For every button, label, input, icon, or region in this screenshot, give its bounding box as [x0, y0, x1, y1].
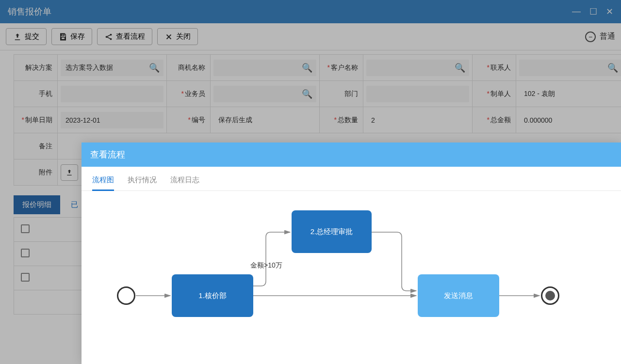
tab-flowchart[interactable]: 流程图 [92, 175, 114, 190]
tab-exec[interactable]: 执行情况 [128, 175, 157, 190]
flow-modal: 查看流程 流程图 执行情况 流程日志 1.核价部 2.总经理审批 发送消息 [82, 142, 621, 364]
tab-log[interactable]: 流程日志 [170, 175, 199, 190]
flow-node-1[interactable]: 1.核价部 [172, 274, 253, 317]
edge-label: 金额>10万 [250, 261, 282, 270]
flow-end-node [541, 286, 559, 305]
modal-title: 查看流程 [82, 142, 621, 167]
flow-canvas: 1.核价部 2.总经理审批 发送消息 金额>10万 [82, 191, 621, 364]
modal-tabs: 流程图 执行情况 流程日志 [82, 167, 621, 191]
flow-node-3[interactable]: 发送消息 [418, 274, 499, 317]
flow-node-2[interactable]: 2.总经理审批 [292, 210, 372, 253]
flow-start-node [117, 286, 135, 305]
